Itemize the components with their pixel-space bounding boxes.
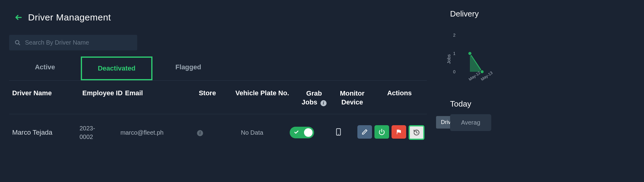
info-icon[interactable]: i	[320, 100, 327, 106]
svg-point-1	[16, 40, 19, 44]
table-row: Marco Tejada 2023- 0002 marco@fleet.ph i…	[9, 114, 427, 151]
svg-point-11	[480, 70, 484, 74]
svg-text:2: 2	[453, 33, 456, 38]
side-widget: Delivery Jobs 2 1 0 May-12 May-13 Today …	[448, 0, 644, 182]
cell-driver-name: Marco Tejada	[9, 129, 80, 136]
svg-text:0: 0	[453, 69, 456, 74]
svg-line-2	[19, 43, 20, 45]
cell-monitor	[319, 128, 357, 137]
col-monitor-device: Monitor Device	[332, 89, 372, 107]
col-email: Email	[125, 89, 186, 97]
today-title: Today	[450, 99, 644, 109]
cell-plate: No Data	[220, 129, 284, 136]
stat-average: Averag	[450, 114, 491, 131]
store-info-icon[interactable]: i	[197, 130, 203, 136]
monitor-line1: Monitor	[340, 89, 365, 98]
delivery-chart: Jobs 2 1 0 May-12 May-13	[450, 26, 644, 87]
cell-grab	[284, 127, 319, 138]
phone-icon[interactable]	[335, 128, 342, 137]
emp-line2: 0002	[80, 133, 120, 141]
back-arrow-icon[interactable]	[15, 13, 23, 21]
cell-actions	[357, 125, 427, 140]
col-store: Store	[186, 89, 229, 97]
svg-text:1: 1	[453, 51, 456, 56]
edit-button[interactable]	[357, 125, 372, 139]
grab-jobs-toggle[interactable]	[290, 127, 314, 138]
table-header: Driver Name Employee ID Email Store Vehi…	[9, 81, 427, 114]
cell-email: marco@fleet.ph	[120, 129, 179, 136]
toggle-knob	[304, 128, 313, 137]
power-button[interactable]	[374, 125, 389, 139]
search-icon	[15, 40, 21, 46]
svg-text:May-12: May-12	[468, 70, 481, 82]
emp-line1: 2023-	[80, 124, 120, 133]
check-icon	[294, 129, 299, 136]
col-employee-id: Employee ID	[82, 89, 125, 97]
search-input[interactable]	[25, 39, 132, 46]
col-driver-name: Driver Name	[9, 89, 82, 97]
cell-employee-id: 2023- 0002	[80, 124, 120, 141]
tab-active[interactable]: Active	[9, 56, 81, 80]
col-plate: Vehicle Plate No.	[229, 89, 296, 97]
search-container	[9, 35, 137, 50]
monitor-line2: Device	[342, 98, 363, 107]
tab-flagged[interactable]: Flagged	[152, 56, 224, 80]
y-axis-label: Jobs	[446, 54, 451, 64]
svg-point-10	[468, 52, 472, 55]
flag-button[interactable]	[392, 125, 406, 139]
col-actions: Actions	[372, 89, 427, 97]
grab-line2: Jobs	[302, 98, 317, 106]
page-title: Driver Management	[28, 12, 111, 23]
col-grab-jobs: Grab Jobs i	[296, 89, 332, 107]
grab-line1: Grab	[306, 89, 322, 98]
tab-deactivated[interactable]: Deactivated	[81, 56, 152, 80]
cell-store: i	[179, 129, 220, 136]
delivery-title: Delivery	[450, 9, 644, 19]
history-button[interactable]	[409, 125, 424, 140]
tabs: Active Deactivated Flagged	[9, 56, 427, 81]
chart-svg: 2 1 0 May-12 May-13	[453, 26, 493, 87]
